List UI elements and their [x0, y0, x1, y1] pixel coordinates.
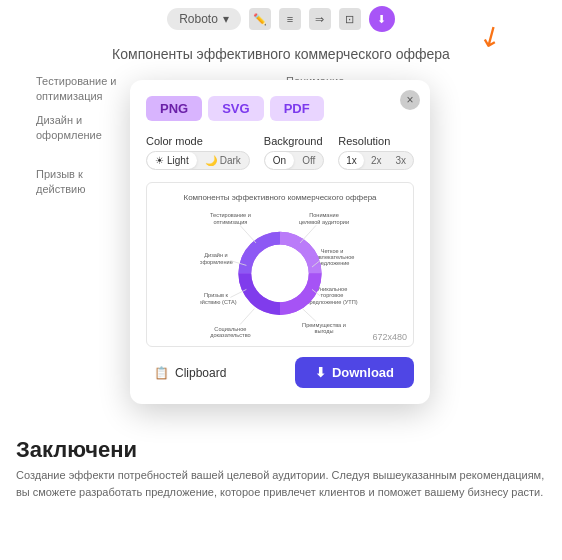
svg-text:оформление: оформление	[200, 259, 233, 265]
options-row: Color mode ☀ Light 🌙 Dark Background On	[146, 135, 414, 170]
download-modal: × PNG SVG PDF Color mode ☀ Light 🌙 Dark	[130, 80, 430, 404]
res-1x-btn[interactable]: 1x	[339, 152, 364, 169]
download-label: Download	[332, 365, 394, 380]
svg-text:торговое: торговое	[321, 292, 344, 298]
crop-icon[interactable]: ⊡	[339, 8, 361, 30]
font-label: Roboto	[179, 12, 218, 26]
text-style-icon[interactable]: ✏️	[249, 8, 271, 30]
svg-text:действию (CTA): действию (CTA)	[200, 299, 237, 305]
clipboard-icon: 📋	[154, 366, 169, 380]
resolution-group: Resolution 1x 2x 3x	[338, 135, 414, 170]
background-group: Background On Off	[264, 135, 325, 170]
font-selector[interactable]: Roboto ▾	[167, 8, 241, 30]
svg-text:Тестирование и: Тестирование и	[210, 212, 251, 218]
resolution-toggle: 1x 2x 3x	[338, 151, 414, 170]
svg-line-27	[240, 309, 254, 325]
color-mode-toggle: ☀ Light 🌙 Dark	[146, 151, 250, 170]
bg-section-title: Заключени	[16, 437, 546, 463]
clipboard-label: Clipboard	[175, 366, 226, 380]
tab-svg[interactable]: SVG	[208, 96, 263, 121]
align-icon[interactable]: ≡	[279, 8, 301, 30]
svg-text:Уникальное: Уникальное	[317, 286, 348, 292]
svg-text:оптимизация: оптимизация	[213, 219, 247, 225]
download-icon: ⬇	[315, 365, 326, 380]
svg-text:⚙: ⚙	[275, 267, 285, 279]
moon-icon: 🌙	[205, 155, 217, 166]
format-tab-group: PNG SVG PDF	[146, 96, 414, 121]
modal-footer: 📋 Clipboard ⬇ Download	[146, 357, 414, 388]
svg-text:Дизайн и: Дизайн и	[204, 252, 227, 258]
tab-png[interactable]: PNG	[146, 96, 202, 121]
svg-line-28	[302, 309, 316, 322]
svg-line-21	[240, 225, 256, 243]
background-label: Background	[264, 135, 325, 147]
svg-text:Призыв к: Призыв к	[204, 292, 228, 298]
svg-line-22	[300, 225, 316, 243]
bottom-bg-content: Заключени Создание эффекти потребностей …	[16, 437, 546, 500]
background-toggle: On Off	[264, 151, 325, 170]
color-mode-light-btn[interactable]: ☀ Light	[147, 152, 197, 169]
svg-text:предложение (УТП): предложение (УТП)	[306, 299, 357, 305]
bg-section-text: Создание эффекти потребностей вашей целе…	[16, 467, 546, 500]
bg-on-btn[interactable]: On	[265, 152, 294, 169]
res-2x-btn[interactable]: 2x	[364, 152, 389, 169]
preview-inner: Компоненты эффективного коммерческого оф…	[147, 183, 413, 346]
download-toolbar-icon[interactable]: ⬇	[369, 6, 395, 32]
chevron-down-icon: ▾	[223, 12, 229, 26]
res-3x-btn[interactable]: 3x	[388, 152, 413, 169]
bg-off-btn[interactable]: Off	[294, 152, 323, 169]
color-mode-group: Color mode ☀ Light 🌙 Dark	[146, 135, 250, 170]
sun-icon: ☀	[155, 155, 164, 166]
svg-text:целевой аудитории: целевой аудитории	[299, 219, 349, 225]
svg-text:Социальное: Социальное	[214, 326, 246, 332]
svg-text:Понимание: Понимание	[309, 212, 339, 218]
close-icon: ×	[406, 93, 413, 107]
download-button[interactable]: ⬇ Download	[295, 357, 414, 388]
tab-pdf[interactable]: PDF	[270, 96, 324, 121]
svg-text:Четкое и: Четкое и	[321, 248, 344, 254]
color-mode-label: Color mode	[146, 135, 250, 147]
modal-close-button[interactable]: ×	[400, 90, 420, 110]
preview-area: Компоненты эффективного коммерческого оф…	[146, 182, 414, 347]
svg-text:Преимущества и: Преимущества и	[302, 322, 346, 328]
color-mode-dark-btn[interactable]: 🌙 Dark	[197, 152, 249, 169]
svg-text:доказательство: доказательство	[210, 332, 251, 338]
arrow-right-icon[interactable]: ⇒	[309, 8, 331, 30]
resolution-label: Resolution	[338, 135, 414, 147]
clipboard-button[interactable]: 📋 Clipboard	[146, 360, 234, 386]
diagram-svg: Тестирование и оптимизация Понимание цел…	[200, 186, 360, 347]
preview-diagram: Тестирование и оптимизация Понимание цел…	[200, 206, 360, 336]
bg-main-title: Компоненты эффективного коммерческого оф…	[20, 46, 542, 62]
svg-text:выгоды: выгоды	[314, 328, 333, 334]
preview-size: 672x480	[372, 332, 407, 342]
